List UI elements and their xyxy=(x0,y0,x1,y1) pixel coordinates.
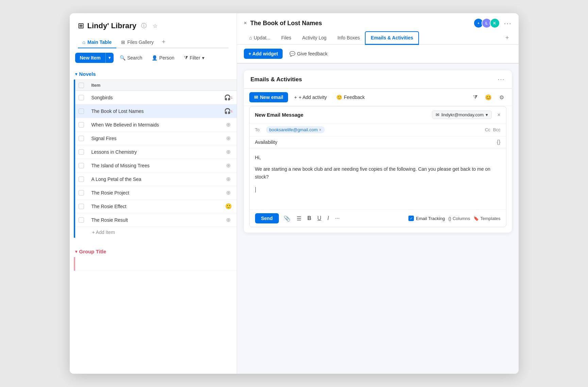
more-options-button[interactable]: ··· xyxy=(504,19,512,27)
row-icon[interactable]: ⊕ xyxy=(220,189,237,196)
row-checkbox[interactable] xyxy=(79,163,84,168)
tab-updates[interactable]: ⌂ Updat... xyxy=(244,32,276,45)
group-title-header[interactable]: ▾ Group Title xyxy=(70,245,237,257)
header-checkbox-cell xyxy=(75,80,87,90)
row-checkbox[interactable] xyxy=(79,95,84,100)
person-button[interactable]: 👤 Person xyxy=(148,53,178,63)
underline-button[interactable]: U xyxy=(316,214,323,223)
feedback-icon: 🙂 xyxy=(336,95,342,100)
header-checkbox[interactable] xyxy=(79,83,84,88)
email-activities-widget: Emails & Activities ··· ✉ New email + + … xyxy=(244,70,512,233)
close-button[interactable]: × xyxy=(244,20,247,26)
row-icon[interactable]: ⊕ xyxy=(220,162,237,169)
row-item-name: Lessons in Chemistry xyxy=(87,147,220,157)
row-checkbox[interactable] xyxy=(79,204,84,209)
table-row[interactable]: Signal Fires ⊕ xyxy=(75,132,237,145)
add-item-row[interactable]: + Add Item xyxy=(75,227,237,238)
list-button[interactable]: ☰ xyxy=(295,214,303,223)
settings-button[interactable]: ⚙ xyxy=(497,92,506,102)
row-item-name: The Rosie Effect xyxy=(87,201,220,212)
table-row[interactable]: A Long Petal of the Sea ⊕ xyxy=(75,172,237,186)
give-feedback-button[interactable]: 💬 Give feedback xyxy=(286,49,331,58)
chip-close-icon[interactable]: × xyxy=(319,128,321,132)
row-checkbox[interactable] xyxy=(79,122,84,128)
tracking-checkbox[interactable]: ✓ xyxy=(408,216,414,221)
row-icon[interactable]: ⊕ xyxy=(220,135,237,141)
row-checkbox[interactable] xyxy=(79,149,84,155)
template-icon-button[interactable]: {} xyxy=(497,139,501,145)
filter-button[interactable]: ⧩ Filter ▾ xyxy=(181,52,208,63)
emoji-button[interactable]: 😊 xyxy=(483,92,494,102)
compose-close-button[interactable]: × xyxy=(497,112,500,118)
table-row[interactable]: The Island of Missing Trees ⊕ xyxy=(75,159,237,172)
novels-group-header[interactable]: ▾ Novels xyxy=(70,67,237,80)
tab-info-boxes[interactable]: Info Boxes xyxy=(332,32,365,45)
row-icon[interactable]: ⊕ xyxy=(220,176,237,182)
widget-toolbar: ✉ New email + + Add activity 🙂 Feedback … xyxy=(244,89,512,106)
row-icon[interactable]: ⊕ xyxy=(220,121,237,128)
row-checkbox-cell xyxy=(75,136,87,141)
email-compose: New Email Message ✉ lindykr@monday.com ▾… xyxy=(249,106,506,227)
tab-files[interactable]: Files xyxy=(276,32,297,45)
tab-files-gallery[interactable]: ⊞ Files Gallery xyxy=(116,37,158,48)
search-icon: 🔍 xyxy=(120,55,125,61)
table-row[interactable]: The Rosie Effect 🙂 xyxy=(75,200,237,213)
compose-header: New Email Message ✉ lindykr@monday.com ▾… xyxy=(250,106,506,123)
cc-button[interactable]: Cc xyxy=(485,127,490,132)
tab-activity-log[interactable]: Activity Log xyxy=(297,32,332,45)
compose-from-selector[interactable]: ✉ lindykr@monday.com ▾ xyxy=(432,111,492,119)
compose-to-row: To booksarelife@gmail.com × Cc Bcc xyxy=(250,123,506,136)
attach-button[interactable]: 📎 xyxy=(282,214,292,223)
table-row[interactable]: The Rosie Result ⊕ xyxy=(75,213,237,227)
row-icon[interactable]: 🙂 xyxy=(220,203,237,209)
tab-main-table[interactable]: ⌂ Main Table xyxy=(78,37,117,48)
row-checkbox[interactable] xyxy=(79,108,84,114)
new-email-button[interactable]: ✉ New email xyxy=(249,92,288,102)
columns-icon: {} xyxy=(448,216,451,221)
search-button[interactable]: 🔍 Search xyxy=(116,53,146,63)
feedback-button[interactable]: 🙂 Feedback xyxy=(333,92,368,102)
row-checkbox[interactable] xyxy=(79,217,84,223)
table-row[interactable]: When We Believed in Mermaids ⊕ xyxy=(75,118,237,132)
table-row[interactable]: Lessons in Chemistry ⊕ xyxy=(75,145,237,159)
avatar-user2: K xyxy=(490,18,500,28)
new-item-dropdown[interactable]: ▾ xyxy=(105,53,114,63)
table-row[interactable] xyxy=(75,257,237,271)
table-row[interactable]: The Book of Lost Names 🎧1 xyxy=(75,104,237,118)
row-checkbox[interactable] xyxy=(79,190,84,196)
add-widget-button[interactable]: + Add widget xyxy=(244,49,283,59)
italic-button[interactable]: I xyxy=(326,214,330,223)
compose-body[interactable]: Hi, We are starting a new book club and … xyxy=(250,148,506,209)
bcc-button[interactable]: Bcc xyxy=(493,127,501,132)
row-icon[interactable]: ⊕ xyxy=(220,149,237,155)
filter-button[interactable]: ⧩ xyxy=(471,92,480,102)
row-checkbox[interactable] xyxy=(79,176,84,182)
tab-add-button[interactable]: + xyxy=(158,36,169,48)
email-tracking-row: ✓ Email Tracking xyxy=(408,216,445,221)
row-checkbox[interactable] xyxy=(79,136,84,141)
more-formatting-button[interactable]: ··· xyxy=(334,214,341,223)
table-row[interactable]: Songbirds 🎧1 xyxy=(75,91,237,104)
row-checkbox-cell xyxy=(75,217,87,223)
to-email-chip[interactable]: booksarelife@gmail.com × xyxy=(266,126,325,133)
table-row[interactable]: The Rosie Project ⊕ xyxy=(75,186,237,200)
info-button[interactable]: ⓘ xyxy=(140,22,148,30)
row-checkbox-cell xyxy=(75,149,87,155)
star-button[interactable]: ☆ xyxy=(151,22,159,30)
add-activity-button[interactable]: + + Add activity xyxy=(291,92,330,102)
row-icon: 🎧1 xyxy=(220,94,237,101)
widget-more-options[interactable]: ··· xyxy=(498,76,505,83)
templates-button[interactable]: 🔖 Templates xyxy=(473,216,500,221)
row-icon[interactable]: ⊕ xyxy=(220,217,237,223)
new-item-button[interactable]: New Item xyxy=(75,53,105,63)
row-checkbox-cell xyxy=(75,190,87,196)
body-text-line2: We are starting a new book club and are … xyxy=(255,165,501,181)
subject-input[interactable] xyxy=(255,139,497,145)
filter-icon: ⧩ xyxy=(184,55,188,61)
bold-button[interactable]: B xyxy=(306,214,313,223)
tab-emails-activities[interactable]: Emails & Activities xyxy=(365,32,419,45)
tab-add-button[interactable]: + xyxy=(503,32,512,44)
columns-button[interactable]: {} Columns xyxy=(448,216,470,221)
filter-chevron-icon: ▾ xyxy=(202,55,204,61)
send-button[interactable]: Send xyxy=(255,213,279,223)
